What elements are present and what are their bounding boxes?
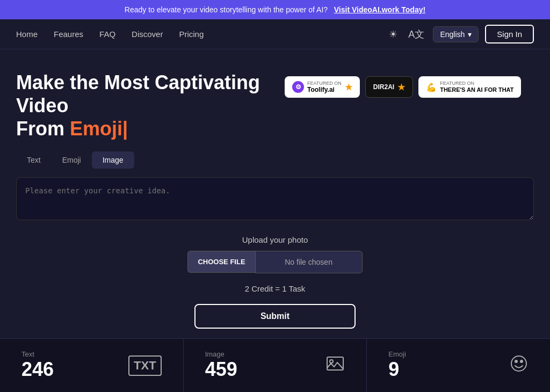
sign-in-button[interactable]: Sign In [485, 25, 534, 43]
tab-image[interactable]: Image [92, 151, 134, 169]
toolify-icon: ⚙ [292, 81, 304, 93]
stat-emoji-content: Emoji 9 [388, 350, 406, 381]
submit-button[interactable]: Submit [194, 304, 356, 329]
top-banner: Ready to elevate your video storytelling… [0, 0, 550, 19]
svg-rect-0 [327, 357, 343, 370]
badge-dir2ai: DIR2AI ★ [365, 76, 413, 98]
main-form: Text Emoji Image Upload your photo CHOOS… [0, 151, 550, 355]
nav-links: Home Feaures FAQ Discover Pricing [16, 30, 204, 39]
text-icon: TXT [128, 355, 162, 376]
stat-text-label: Text [21, 350, 54, 358]
hero-title-line1: Make the Most Captivating Video [16, 71, 260, 117]
stat-emoji-count: 9 [388, 358, 406, 381]
stat-text-content: Text 246 [21, 350, 54, 381]
hero-badges: ⚙ FEATURED ON Toolify.ai ★ DIR2AI ★ 💪 FE… [285, 76, 521, 98]
badge-theresanai-small: FEATURED ON [440, 81, 513, 86]
translate-icon[interactable]: A文 [406, 26, 426, 43]
nav-faq[interactable]: FAQ [99, 30, 115, 39]
emoji-svg-icon [509, 354, 529, 373]
tabs: Text Emoji Image [16, 151, 534, 169]
textarea-wrap [16, 177, 534, 222]
navbar: Home Feaures FAQ Discover Pricing ☀ A文 E… [0, 19, 550, 49]
banner-text: Ready to elevate your video storytelling… [125, 5, 328, 14]
svg-point-2 [511, 356, 526, 371]
stat-emoji-label: Emoji [388, 350, 406, 358]
credit-info: 2 Credit = 1 Task [16, 284, 534, 293]
hero-title-highlight: Emoji| [70, 118, 128, 140]
image-icon [325, 354, 345, 377]
hero-title: Make the Most Captivating Video From Emo… [16, 71, 263, 141]
nav-features[interactable]: Feaures [54, 30, 83, 39]
upload-label: Upload your photo [16, 235, 534, 244]
stat-image-count: 459 [205, 358, 237, 381]
creative-idea-input[interactable] [16, 177, 534, 220]
nav-pricing[interactable]: Pricing [179, 30, 204, 39]
svg-point-4 [520, 360, 523, 362]
emoji-icon [509, 354, 529, 377]
star-icon: ★ [345, 82, 352, 92]
nav-home[interactable]: Home [16, 30, 38, 39]
tab-emoji[interactable]: Emoji [52, 151, 92, 169]
stat-text-count: 246 [21, 358, 54, 381]
stat-image: Image 459 [184, 339, 367, 392]
nav-right: ☀ A文 English ▾ Sign In [387, 25, 534, 43]
language-selector[interactable]: English ▾ [433, 26, 479, 42]
hero-section: Make the Most Captivating Video From Emo… [0, 49, 550, 151]
stat-text: Text 246 TXT [0, 339, 184, 392]
file-input-row: CHOOSE FILE No file chosen [16, 251, 534, 273]
badge-toolify-label: Toolify.ai [307, 86, 335, 93]
badge-toolify: ⚙ FEATURED ON Toolify.ai ★ [285, 76, 360, 98]
svg-point-3 [515, 360, 517, 362]
tab-text[interactable]: Text [16, 151, 52, 169]
chevron-down-icon: ▾ [468, 30, 472, 39]
badge-theresanai-label: THERE'S AN AI FOR THAT [440, 86, 513, 93]
stat-image-content: Image 459 [205, 350, 237, 381]
stat-image-label: Image [205, 350, 237, 358]
svg-point-1 [330, 360, 333, 363]
image-svg-icon [325, 354, 345, 373]
banner-link[interactable]: Visit VideoAI.work Today! [334, 5, 425, 14]
nav-discover[interactable]: Discover [132, 30, 163, 39]
badge-dir2ai-label: DIR2AI [373, 83, 394, 91]
upload-section: Upload your photo CHOOSE FILE No file ch… [16, 235, 534, 345]
star-icon-2: ★ [397, 82, 405, 92]
choose-file-button[interactable]: CHOOSE FILE [187, 251, 255, 273]
badge-theresanai: 💪 FEATURED ON THERE'S AN AI FOR THAT [418, 76, 521, 98]
badge-toolify-small: FEATURED ON [307, 81, 342, 86]
language-label: English [440, 30, 465, 39]
stat-emoji: Emoji 9 [367, 339, 550, 392]
muscle-icon: 💪 [426, 82, 437, 92]
file-name-display: No file chosen [255, 251, 363, 273]
stats-bar: Text 246 TXT Image 459 Emoji 9 [0, 338, 550, 392]
theme-toggle-icon[interactable]: ☀ [387, 26, 400, 42]
hero-title-line2-prefix: From [16, 118, 70, 140]
